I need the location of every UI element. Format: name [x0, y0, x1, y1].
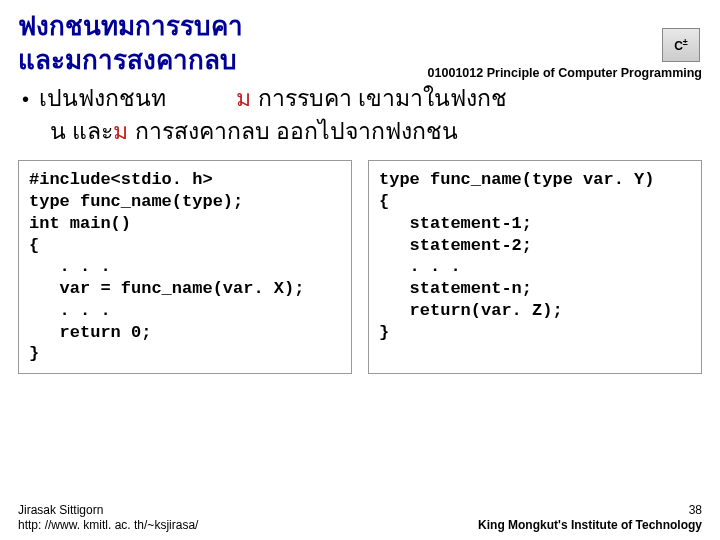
- bullet-indent: น และม การสงคากลบ ออกไปจากฟงกชน: [50, 115, 458, 148]
- slide: C 01001012 Principle of Computer Program…: [0, 0, 720, 540]
- footer-url: http: //www. kmitl. ac. th/~ksjirasa/: [18, 518, 198, 534]
- page-number: 38: [478, 503, 702, 519]
- footer-right: 38 King Mongkut's Institute of Technolog…: [478, 503, 702, 534]
- title-line1: ฟงกชนทมการรบคา: [18, 10, 702, 44]
- footer: Jirasak Sittigorn http: //www. kmitl. ac…: [18, 503, 702, 534]
- logo-icon: C: [662, 28, 700, 62]
- bullet-text-2: การรบคา เขามาในฟงกช: [251, 85, 507, 111]
- bullet-list: •เปนฟงกชนท ม การรบคา เขามาในฟงกช น และม …: [22, 82, 702, 149]
- bullet-dot-icon: •: [22, 88, 29, 110]
- bullet-text-4: การสงคากลบ ออกไปจากฟงกชน: [128, 118, 458, 144]
- footer-left: Jirasak Sittigorn http: //www. kmitl. ac…: [18, 503, 198, 534]
- bullet-text-3: น และ: [50, 118, 113, 144]
- code-row: #include<stdio. h> type func_name(type);…: [18, 160, 702, 374]
- code-box-right: type func_name(type var. Y) { statement-…: [368, 160, 702, 374]
- bullet-red-1: ม: [236, 85, 251, 111]
- code-box-left: #include<stdio. h> type func_name(type);…: [18, 160, 352, 374]
- course-code: 01001012 Principle of Computer Programmi…: [428, 66, 702, 80]
- bullet-red-2: ม: [113, 118, 128, 144]
- bullet-text-1: เปนฟงกชนท: [39, 85, 166, 111]
- footer-institute: King Mongkut's Institute of Technology: [478, 518, 702, 532]
- footer-author: Jirasak Sittigorn: [18, 503, 198, 519]
